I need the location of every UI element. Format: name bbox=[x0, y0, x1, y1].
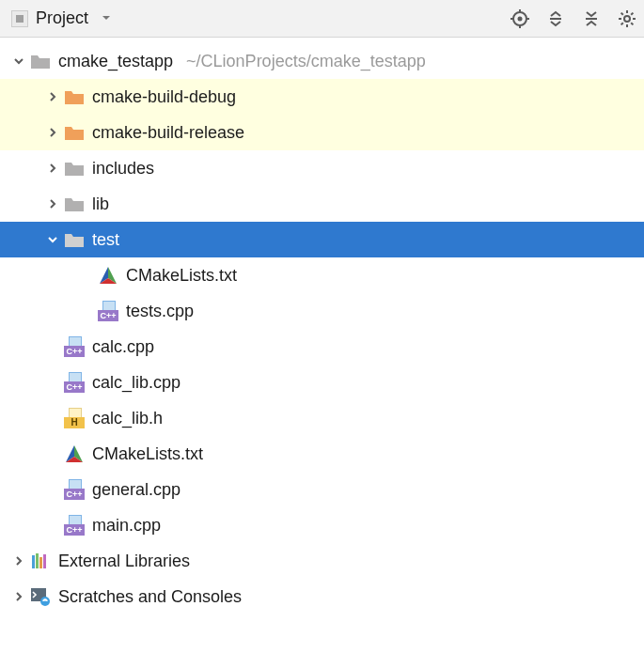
tree-node-main-cpp[interactable]: C++ main.cpp bbox=[0, 507, 644, 543]
tree-node-calc-lib-h[interactable]: H calc_lib.h bbox=[0, 400, 644, 436]
svg-point-1 bbox=[518, 16, 523, 21]
tree-node-tests-cpp[interactable]: C++ tests.cpp bbox=[0, 293, 644, 329]
tree-node-label: tests.cpp bbox=[126, 302, 194, 321]
tree-node-label: cmake-build-release bbox=[92, 123, 244, 143]
tree-node-path: ~/CLionProjects/cmake_testapp bbox=[186, 52, 426, 71]
tree-node-project-root[interactable]: cmake_testapp ~/CLionProjects/cmake_test… bbox=[0, 43, 644, 79]
tree-node-label: CMakeLists.txt bbox=[92, 444, 203, 464]
tree-node-label: calc_lib.cpp bbox=[92, 373, 181, 393]
tree-node-label: test bbox=[92, 230, 119, 250]
chevron-right-icon[interactable] bbox=[43, 87, 62, 106]
chevron-right-icon[interactable] bbox=[9, 552, 28, 570]
tree-node-calc-cpp[interactable]: C++ calc.cpp bbox=[0, 329, 644, 365]
svg-rect-25 bbox=[36, 553, 39, 568]
chevron-right-icon[interactable] bbox=[43, 159, 62, 178]
collapse-all-icon[interactable] bbox=[582, 9, 601, 28]
svg-line-14 bbox=[631, 23, 633, 24]
gear-icon[interactable] bbox=[618, 9, 636, 28]
cpp-file-icon: C++ bbox=[62, 479, 86, 500]
chevron-down-icon[interactable] bbox=[43, 230, 62, 249]
tree-node-label: lib bbox=[92, 194, 109, 214]
tree-node-test[interactable]: test bbox=[0, 222, 644, 257]
svg-point-8 bbox=[624, 16, 630, 22]
tree-node-lib[interactable]: lib bbox=[0, 186, 644, 222]
tree-node-label: calc.cpp bbox=[92, 337, 154, 357]
folder-icon bbox=[62, 195, 86, 212]
tree-node-label: Scratches and Consoles bbox=[58, 587, 242, 607]
tree-node-calc-lib-cpp[interactable]: C++ calc_lib.cpp bbox=[0, 365, 644, 400]
expand-all-icon[interactable] bbox=[546, 9, 565, 28]
svg-line-16 bbox=[631, 12, 633, 14]
chevron-down-icon[interactable] bbox=[9, 52, 28, 70]
tree-node-label: includes bbox=[92, 159, 154, 179]
chevron-right-icon[interactable] bbox=[43, 194, 62, 213]
chevron-down-icon[interactable] bbox=[102, 13, 111, 24]
cpp-file-icon: C++ bbox=[62, 515, 86, 536]
svg-line-13 bbox=[621, 12, 623, 14]
tree-node-label: calc_lib.h bbox=[92, 409, 163, 428]
tree-node-label: CMakeLists.txt bbox=[126, 266, 237, 286]
tree-node-general-cpp[interactable]: C++ general.cpp bbox=[0, 472, 644, 507]
folder-icon bbox=[62, 160, 86, 177]
svg-line-15 bbox=[621, 23, 623, 24]
tree-node-label: cmake_testapp bbox=[58, 52, 173, 71]
tree-node-label: general.cpp bbox=[92, 480, 181, 500]
folder-icon bbox=[62, 124, 86, 141]
folder-icon bbox=[28, 53, 53, 70]
project-toolbar: Project bbox=[0, 0, 644, 38]
svg-rect-26 bbox=[39, 557, 42, 568]
chevron-right-icon[interactable] bbox=[43, 123, 62, 142]
folder-icon bbox=[62, 88, 86, 105]
project-view-icon bbox=[11, 10, 28, 27]
tree-node-root-cmakelists[interactable]: CMakeLists.txt bbox=[0, 436, 644, 472]
target-icon[interactable] bbox=[510, 9, 529, 28]
tree-node-includes[interactable]: includes bbox=[0, 150, 644, 186]
svg-rect-24 bbox=[32, 555, 35, 568]
tree-node-test-cmakelists[interactable]: CMakeLists.txt bbox=[0, 257, 644, 293]
project-view-label[interactable]: Project bbox=[36, 8, 88, 28]
tree-node-label: main.cpp bbox=[92, 516, 161, 536]
cmake-icon bbox=[62, 443, 86, 464]
cpp-file-icon: C++ bbox=[62, 372, 86, 393]
h-file-icon: H bbox=[62, 408, 86, 428]
library-icon bbox=[28, 552, 53, 570]
svg-rect-27 bbox=[43, 554, 46, 568]
tree-node-external-libraries[interactable]: External Libraries bbox=[0, 543, 644, 579]
chevron-right-icon[interactable] bbox=[9, 587, 28, 606]
scratches-icon bbox=[28, 586, 53, 607]
folder-icon bbox=[62, 231, 86, 248]
cpp-file-icon: C++ bbox=[96, 301, 120, 321]
project-tree: cmake_testapp ~/CLionProjects/cmake_test… bbox=[0, 38, 644, 614]
cpp-file-icon: C++ bbox=[62, 336, 86, 357]
tree-node-label: cmake-build-debug bbox=[92, 87, 236, 107]
tree-node-label: External Libraries bbox=[58, 552, 190, 571]
tree-node-build-release[interactable]: cmake-build-release bbox=[0, 115, 644, 150]
cmake-icon bbox=[96, 265, 120, 286]
tree-node-scratches[interactable]: Scratches and Consoles bbox=[0, 579, 644, 614]
tree-node-build-debug[interactable]: cmake-build-debug bbox=[0, 79, 644, 115]
